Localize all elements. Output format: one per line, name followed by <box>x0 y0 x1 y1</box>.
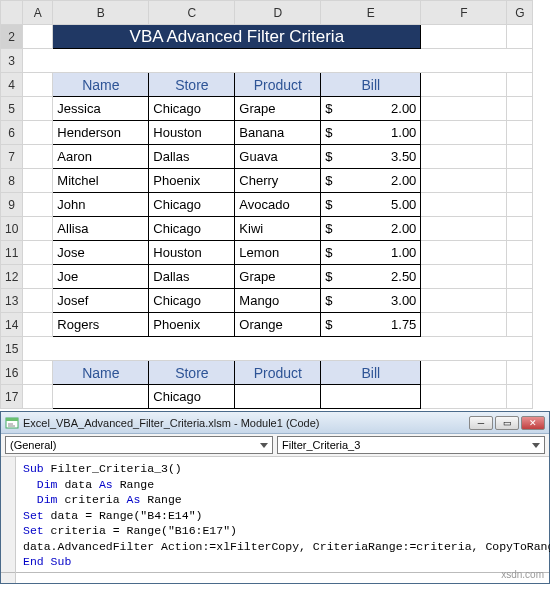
col-header[interactable]: B <box>53 1 149 25</box>
row-header[interactable]: 9 <box>1 193 23 217</box>
row-header[interactable]: 16 <box>1 361 23 385</box>
table-cell[interactable]: Dallas <box>149 145 235 169</box>
vbe-titlebar[interactable]: Excel_VBA_Advanced_Filter_Criteria.xlsm … <box>1 412 549 434</box>
table-cell[interactable]: Grape <box>235 97 321 121</box>
row-header[interactable]: 12 <box>1 265 23 289</box>
row-header[interactable]: 7 <box>1 145 23 169</box>
vba-module-icon <box>5 416 19 430</box>
col-header[interactable]: G <box>507 1 533 25</box>
table-cell[interactable]: Joe <box>53 265 149 289</box>
criteria-cell[interactable]: Chicago <box>149 385 235 409</box>
col-header[interactable]: C <box>149 1 235 25</box>
table-cell[interactable]: Mango <box>235 289 321 313</box>
table-cell[interactable]: Avocado <box>235 193 321 217</box>
criteria-cell[interactable] <box>321 385 421 409</box>
col-header[interactable]: A <box>23 1 53 25</box>
col-header[interactable]: D <box>235 1 321 25</box>
table-cell[interactable]: Orange <box>235 313 321 337</box>
table-cell[interactable]: Josef <box>53 289 149 313</box>
table-cell[interactable]: Jose <box>53 241 149 265</box>
row-header[interactable]: 8 <box>1 169 23 193</box>
row-header[interactable]: 10 <box>1 217 23 241</box>
grid[interactable]: A B C D E F G 2 VBA Advanced Filter Crit… <box>0 0 533 409</box>
table-cell[interactable]: Chicago <box>149 193 235 217</box>
svg-rect-1 <box>6 418 18 421</box>
table-cell[interactable]: Jessica <box>53 97 149 121</box>
table-cell[interactable]: Dallas <box>149 265 235 289</box>
table-cell[interactable]: John <box>53 193 149 217</box>
row-header[interactable]: 5 <box>1 97 23 121</box>
table-cell[interactable]: Grape <box>235 265 321 289</box>
table-cell[interactable]: Henderson <box>53 121 149 145</box>
table-cell[interactable]: $2.00 <box>321 97 421 121</box>
object-dropdown[interactable]: (General) <box>5 436 273 454</box>
column-headers: A B C D E F G <box>1 1 533 25</box>
table-cell[interactable]: $1.75 <box>321 313 421 337</box>
spreadsheet: A B C D E F G 2 VBA Advanced Filter Crit… <box>0 0 550 409</box>
row-header[interactable]: 13 <box>1 289 23 313</box>
row-header[interactable]: 15 <box>1 337 23 361</box>
table-cell[interactable]: Kiwi <box>235 217 321 241</box>
page-title: VBA Advanced Filter Criteria <box>53 25 421 49</box>
criteria-header: Name <box>53 361 149 385</box>
criteria-cell[interactable] <box>235 385 321 409</box>
table-cell[interactable]: Mitchel <box>53 169 149 193</box>
vbe-window: Excel_VBA_Advanced_Filter_Criteria.xlsm … <box>0 411 550 584</box>
criteria-cell[interactable] <box>53 385 149 409</box>
table-cell[interactable]: $3.00 <box>321 289 421 313</box>
table-header: Name <box>53 73 149 97</box>
close-button[interactable]: ✕ <box>521 416 545 430</box>
row-header[interactable]: 2 <box>1 25 23 49</box>
row-header[interactable]: 17 <box>1 385 23 409</box>
table-header: Product <box>235 73 321 97</box>
table-header: Bill <box>321 73 421 97</box>
code-editor[interactable]: Sub Filter_Criteria_3() Dim data As Rang… <box>1 457 549 583</box>
table-cell[interactable]: Phoenix <box>149 169 235 193</box>
select-all-corner[interactable] <box>1 1 23 25</box>
row-header[interactable]: 14 <box>1 313 23 337</box>
table-cell[interactable]: Allisa <box>53 217 149 241</box>
criteria-header: Store <box>149 361 235 385</box>
table-cell[interactable]: $1.00 <box>321 121 421 145</box>
table-cell[interactable]: Chicago <box>149 97 235 121</box>
table-cell[interactable]: $2.00 <box>321 217 421 241</box>
table-cell[interactable]: Chicago <box>149 289 235 313</box>
minimize-button[interactable]: ─ <box>469 416 493 430</box>
col-header[interactable]: F <box>421 1 507 25</box>
row-header[interactable]: 4 <box>1 73 23 97</box>
table-cell[interactable]: Houston <box>149 121 235 145</box>
table-cell[interactable]: Cherry <box>235 169 321 193</box>
table-cell[interactable]: $1.00 <box>321 241 421 265</box>
criteria-header: Product <box>235 361 321 385</box>
vbe-title: Excel_VBA_Advanced_Filter_Criteria.xlsm … <box>23 417 469 429</box>
table-cell[interactable]: Guava <box>235 145 321 169</box>
table-cell[interactable]: Chicago <box>149 217 235 241</box>
row-header[interactable]: 11 <box>1 241 23 265</box>
table-cell[interactable]: $2.50 <box>321 265 421 289</box>
table-cell[interactable]: Phoenix <box>149 313 235 337</box>
table-cell[interactable]: Banana <box>235 121 321 145</box>
table-cell[interactable]: $3.50 <box>321 145 421 169</box>
table-cell[interactable]: Houston <box>149 241 235 265</box>
table-cell[interactable]: Aaron <box>53 145 149 169</box>
row-header[interactable]: 3 <box>1 49 23 73</box>
procedure-dropdown[interactable]: Filter_Criteria_3 <box>277 436 545 454</box>
table-cell[interactable]: Rogers <box>53 313 149 337</box>
table-cell[interactable]: $2.00 <box>321 169 421 193</box>
maximize-button[interactable]: ▭ <box>495 416 519 430</box>
col-header[interactable]: E <box>321 1 421 25</box>
row-header[interactable]: 6 <box>1 121 23 145</box>
table-header: Store <box>149 73 235 97</box>
watermark: xsdn.com <box>501 569 544 580</box>
criteria-header: Bill <box>321 361 421 385</box>
table-cell[interactable]: $5.00 <box>321 193 421 217</box>
table-cell[interactable]: Lemon <box>235 241 321 265</box>
